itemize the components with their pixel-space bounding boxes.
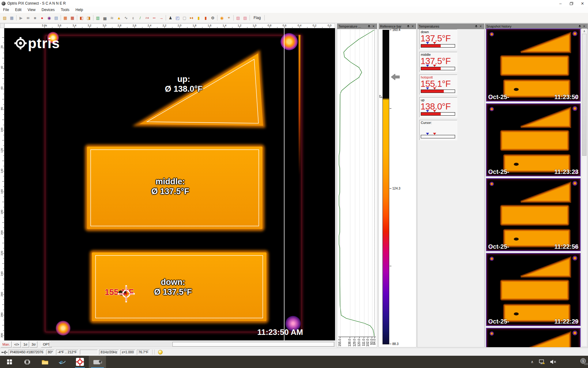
temperatures-panel: Temperatures × down137.5°Fmiddle137.5°Fh… — [417, 23, 484, 347]
slope-icon[interactable]: / — [137, 15, 143, 21]
flag-toolbar-label[interactable]: Flag — [254, 16, 261, 20]
time-ruler: 3.8s3.63.43.23.02.82.62.42.22.01.81.61.4… — [4, 23, 335, 28]
arrow-right-icon[interactable]: → — [158, 15, 164, 21]
ratio-218-icon[interactable]: 2:8 — [144, 15, 150, 21]
gears-icon[interactable]: ⚙ — [209, 15, 216, 21]
flame2-icon[interactable]: ◉ — [219, 15, 225, 21]
open-file-icon[interactable]: ▨ — [2, 15, 8, 21]
tool-pink-icon[interactable]: ▨ — [235, 15, 241, 21]
braces-icon[interactable]: {| — [130, 15, 136, 21]
pause-icon[interactable]: ▮▮ — [25, 15, 31, 21]
scroll-up-icon[interactable]: ∧ — [582, 29, 587, 33]
status-device-id: PI400/450 #18072076 — [9, 350, 45, 355]
three-sigma-button[interactable]: 3σ — [30, 341, 37, 347]
ruler-tick — [224, 26, 225, 28]
tool-pink2-icon[interactable]: ▨ — [242, 15, 248, 21]
optris-logo: ptris — [14, 36, 60, 50]
menu-item-file[interactable]: File — [0, 8, 12, 12]
snapshot-thumbnail[interactable]: Oct-25- 11:22:29 — [486, 253, 581, 326]
stop-icon[interactable]: ■ — [32, 15, 38, 21]
pin-icon[interactable] — [474, 24, 478, 29]
lightbulb-icon[interactable] — [158, 350, 163, 355]
camera-app-button[interactable] — [89, 356, 106, 368]
person-icon[interactable]: ♟ — [167, 15, 174, 21]
snapshot-camera-icon[interactable]: ◉ — [46, 15, 52, 21]
optris-app-button[interactable] — [73, 356, 87, 368]
temperature-card-up[interactable]: up138.0°F — [419, 97, 457, 117]
snapshot-scrollbar[interactable]: ∧ — [582, 29, 587, 347]
range-toggle-button[interactable]: </> — [12, 341, 21, 347]
copy-icon[interactable]: ▤ — [53, 15, 59, 21]
profile-axis-tick — [359, 337, 360, 338]
histogram-icon[interactable]: ▅ — [102, 15, 108, 21]
thermal-image-view[interactable]: ptris up: Ø 138.0°F middle: Ø 137.5°F do… — [4, 28, 335, 340]
palette-icon[interactable]: ▥ — [95, 15, 101, 21]
ruler-tick — [3, 289, 4, 289]
close-icon[interactable]: × — [478, 24, 483, 29]
snapshot-thermal-image — [487, 179, 580, 251]
close-icon[interactable]: × — [410, 24, 415, 29]
display-window-icon[interactable]: ▦ — [62, 15, 69, 21]
menu-item-devices[interactable]: Devices — [39, 8, 58, 12]
temperature-card-cursor[interactable]: Cursor: — [419, 120, 457, 140]
layout-left-icon[interactable]: ◧ — [78, 15, 85, 21]
ruler-tick — [209, 26, 210, 28]
minimize-button[interactable]: – — [555, 0, 566, 7]
restore-icon — [570, 2, 573, 5]
menu-item-tools[interactable]: Tools — [58, 8, 73, 12]
smoke-icon[interactable]: ≋ — [109, 15, 115, 21]
temperature-card-hotspott[interactable]: hotspott155.1°F — [419, 75, 457, 95]
level-arrow-icon[interactable] — [391, 74, 400, 80]
snapshot-thumbnail[interactable]: Oct-25- 11:23:50 — [486, 29, 581, 102]
maximize-restore-button[interactable] — [566, 0, 577, 7]
horizontal-scrollbar[interactable] — [49, 342, 335, 347]
panel-icon[interactable]: ▢ — [181, 15, 188, 21]
manual-mode-button[interactable]: Man. — [1, 341, 12, 347]
display-window2-icon[interactable]: ▦ — [69, 15, 76, 21]
ruler-tick — [157, 27, 157, 28]
profile-curve-icon[interactable]: ∿ — [123, 15, 129, 21]
fullscreen-icon[interactable]: ◰ — [174, 15, 181, 21]
menu-item-view[interactable]: View — [24, 8, 39, 12]
network-status-icon[interactable]: ! — [538, 359, 545, 365]
tray-expand-icon[interactable]: ∧ — [531, 360, 533, 364]
red-bars-icon[interactable]: ▪▪▪ — [151, 15, 157, 21]
save-icon[interactable]: ▦ — [9, 15, 15, 21]
internet-explorer-button[interactable]: e — [55, 356, 69, 368]
scrollbar-thumb[interactable] — [172, 342, 334, 347]
scrollbar-thumb[interactable] — [582, 34, 586, 156]
scale-red-icon[interactable]: ▮ — [202, 15, 209, 21]
scale-arrow-icon[interactable]: ▶▮ — [188, 15, 195, 21]
menu-item-help[interactable]: Help — [73, 8, 86, 12]
ruler-tick — [44, 26, 45, 28]
pin-icon[interactable] — [367, 24, 371, 29]
layout-right-icon[interactable]: ◨ — [85, 15, 92, 21]
task-view-button[interactable] — [20, 356, 34, 368]
close-button[interactable]: ✕ — [577, 0, 588, 7]
file-explorer-button[interactable] — [38, 356, 52, 368]
ruler-tick — [202, 27, 202, 28]
scale-tick — [390, 188, 391, 189]
temperature-card-middle[interactable]: middle137.5°F — [419, 52, 457, 72]
snapshot-thumbnail[interactable] — [486, 328, 581, 347]
temperature-card-down[interactable]: down137.5°F — [419, 29, 457, 49]
flame-icon[interactable]: ▲ — [116, 15, 122, 21]
profile-cursor-line[interactable] — [284, 28, 285, 340]
snapshot-thumbnail[interactable]: Oct-25- 11:23:23 — [486, 103, 581, 176]
color-scale-bar[interactable] — [383, 30, 389, 344]
calibrate-icon[interactable]: ⌖ — [226, 15, 232, 21]
record-icon[interactable]: ● — [39, 15, 45, 21]
temperatures-panel-header: Temperatures × — [417, 24, 484, 29]
start-button[interactable] — [2, 356, 17, 368]
play-icon[interactable]: ▶ — [18, 15, 24, 21]
red-marker-icon — [433, 65, 436, 68]
menu-item-edit[interactable]: Edit — [12, 8, 24, 12]
pin-icon[interactable] — [406, 24, 410, 29]
scale-yellow-icon[interactable]: ▮ — [195, 15, 202, 21]
snapshot-thumbnail[interactable]: Oct-25- 11:22:56 — [486, 178, 581, 251]
snapshot-date: Oct-25- — [488, 168, 509, 175]
volume-muted-icon[interactable] — [550, 359, 557, 364]
close-icon[interactable]: × — [371, 24, 376, 29]
scale-marker-icon[interactable] — [379, 94, 383, 98]
one-sigma-button[interactable]: 1σ — [21, 341, 29, 347]
